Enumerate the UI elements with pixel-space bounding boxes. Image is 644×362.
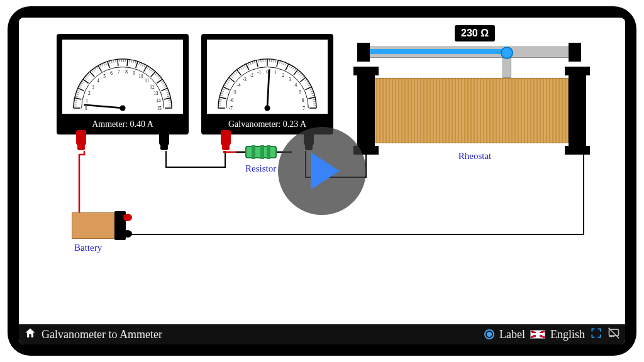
svg-line-48 — [142, 63, 143, 66]
ammeter-terminal-positive[interactable] — [76, 130, 86, 146]
svg-line-19 — [88, 73, 90, 75]
svg-line-12 — [80, 84, 82, 85]
svg-line-67 — [166, 92, 169, 92]
label-toggle-text[interactable]: Label — [499, 328, 525, 341]
svg-text:12: 12 — [150, 85, 155, 90]
svg-line-180 — [267, 69, 269, 108]
svg-line-4 — [74, 100, 77, 101]
svg-line-149 — [301, 77, 306, 82]
svg-line-141 — [291, 66, 292, 69]
svg-line-30 — [108, 62, 109, 68]
play-button[interactable] — [278, 127, 366, 215]
svg-line-35 — [118, 59, 118, 66]
svg-text:13: 13 — [153, 91, 158, 96]
svg-line-26 — [100, 65, 101, 67]
svg-line-63 — [163, 84, 165, 85]
svg-text:-7: -7 — [229, 106, 233, 111]
svg-text:4: 4 — [97, 79, 99, 84]
svg-line-124 — [257, 60, 258, 67]
svg-line-27 — [102, 63, 103, 66]
svg-line-5 — [75, 98, 82, 99]
battery-terminal-positive[interactable] — [123, 214, 132, 221]
rheostat-endcap-left — [357, 69, 375, 152]
galvanometer-terminal-positive[interactable] — [221, 130, 231, 146]
svg-line-142 — [293, 67, 295, 70]
svg-line-61 — [161, 81, 164, 83]
svg-line-20 — [90, 72, 94, 77]
svg-line-56 — [155, 73, 157, 75]
svg-line-158 — [312, 95, 314, 96]
svg-line-55 — [151, 72, 155, 77]
svg-text:5: 5 — [299, 90, 302, 95]
svg-line-104 — [223, 87, 230, 90]
svg-line-117 — [242, 66, 243, 69]
svg-line-160 — [313, 99, 315, 100]
svg-line-115 — [238, 69, 240, 71]
svg-line-71 — [168, 100, 170, 101]
language-label[interactable]: English — [550, 328, 585, 341]
rheostat: 230 Ω Rheostat — [358, 34, 591, 160]
svg-line-97 — [219, 101, 221, 102]
flag-uk-icon — [530, 330, 545, 339]
simulation-canvas: 0123456789101112131415 Ammeter: 0.40 A -… — [19, 18, 625, 324]
resistor-label: Resistor — [245, 163, 276, 174]
svg-text:3: 3 — [289, 77, 291, 82]
home-icon[interactable] — [24, 327, 36, 343]
svg-line-136 — [282, 62, 282, 64]
svg-text:1: 1 — [86, 99, 88, 104]
svg-text:10: 10 — [138, 74, 143, 79]
svg-line-111 — [232, 74, 234, 76]
svg-line-113 — [235, 71, 237, 73]
tablet-frame: 0123456789101112131415 Ammeter: 0.40 A -… — [8, 6, 636, 356]
svg-line-64 — [164, 86, 167, 87]
svg-line-140 — [289, 65, 291, 67]
svg-text:6: 6 — [302, 98, 304, 103]
svg-line-45 — [136, 62, 138, 68]
svg-line-159 — [308, 97, 315, 99]
svg-line-57 — [157, 74, 158, 76]
svg-line-153 — [308, 85, 311, 86]
svg-line-144 — [294, 70, 298, 75]
svg-text:9: 9 — [133, 71, 135, 76]
ammeter: 0123456789101112131415 Ammeter: 0.40 A — [57, 34, 189, 134]
battery-terminal-negative[interactable] — [123, 230, 132, 238]
svg-line-58 — [158, 76, 160, 78]
svg-text:6: 6 — [110, 71, 113, 76]
svg-line-161 — [313, 101, 316, 102]
svg-line-68 — [167, 94, 169, 94]
svg-line-28 — [104, 63, 105, 65]
svg-line-108 — [228, 79, 230, 81]
svg-line-119 — [246, 64, 249, 70]
svg-line-109 — [229, 77, 235, 82]
svg-line-13 — [80, 82, 83, 84]
rheostat-coil — [374, 78, 569, 143]
svg-line-9 — [77, 90, 79, 91]
svg-text:-4: -4 — [237, 83, 241, 88]
svg-line-52 — [149, 68, 151, 70]
fullscreen-icon[interactable] — [590, 327, 602, 343]
svg-line-17 — [86, 76, 87, 78]
svg-point-181 — [264, 105, 270, 111]
svg-line-41 — [130, 60, 130, 62]
rheostat-slider-knob[interactable] — [501, 47, 513, 59]
svg-line-143 — [294, 69, 296, 71]
svg-line-101 — [221, 93, 223, 94]
svg-line-10 — [78, 88, 84, 90]
svg-line-134 — [277, 60, 278, 67]
svg-line-103 — [222, 89, 225, 90]
svg-line-146 — [299, 73, 301, 75]
galvanometer: -7-6-5-4-3-2-101234567 Galvanometer: 0.2… — [201, 34, 333, 134]
svg-line-3 — [74, 102, 77, 102]
rheostat-slider-stem — [502, 58, 511, 78]
svg-line-154 — [306, 87, 312, 90]
cast-icon[interactable] — [608, 327, 620, 343]
rheostat-track-fill — [370, 49, 507, 54]
label-toggle-radio[interactable] — [484, 329, 494, 339]
bottom-toolbar: Galvanometer to Ammeter Label English — [19, 324, 625, 344]
svg-line-122 — [252, 62, 253, 64]
svg-line-24 — [96, 67, 97, 69]
svg-line-51 — [147, 67, 148, 69]
svg-line-126 — [261, 60, 262, 62]
ammeter-terminal-negative[interactable] — [159, 130, 169, 146]
svg-line-7 — [75, 94, 78, 94]
